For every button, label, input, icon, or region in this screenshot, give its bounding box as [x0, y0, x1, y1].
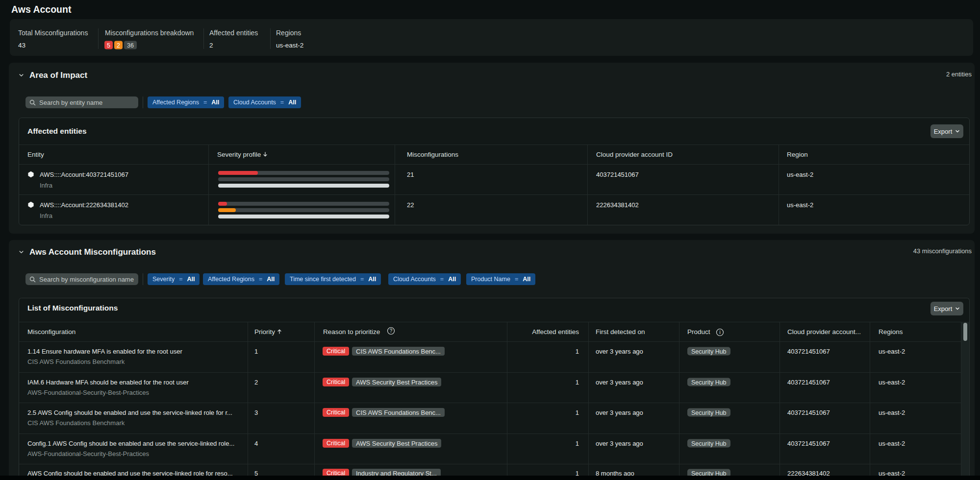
svg-text:i: i — [719, 330, 720, 335]
svg-text:?: ? — [390, 328, 393, 334]
